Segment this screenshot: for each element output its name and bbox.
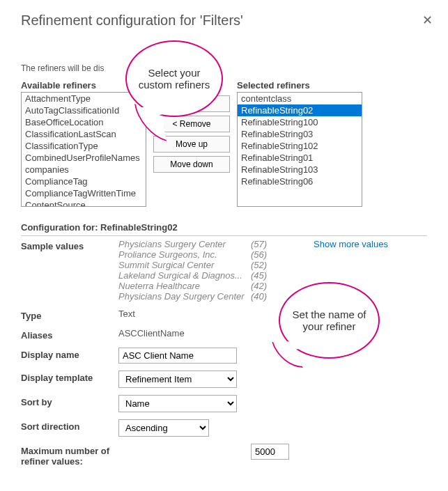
sample-value-name: Physicians Surgery Center — [118, 239, 244, 249]
available-refiner-option[interactable]: companies — [22, 164, 146, 176]
display-template-select[interactable]: Refinement Item — [118, 371, 237, 388]
display-name-input[interactable] — [118, 348, 237, 364]
selected-refiner-option[interactable]: RefinableString03 — [238, 128, 362, 140]
sample-value-row: Lakeland Surgical & Diagnos...(45) — [118, 270, 272, 281]
sample-value-count: (45) — [251, 270, 272, 281]
sample-values-content: Physicians Surgery Center(57)Proliance S… — [118, 239, 427, 302]
selected-refiner-option[interactable]: RefinableString01 — [238, 152, 362, 164]
refiner-pickers: Available refiners AttachmentTypeAutoTag… — [21, 80, 427, 207]
display-name-row: Display name — [21, 348, 427, 364]
sample-values-label: Sample values — [21, 239, 118, 251]
selected-refiners-column: Selected refiners contentclassRefinableS… — [237, 80, 362, 207]
aliases-label: Aliases — [21, 328, 118, 341]
sort-direction-label: Sort direction — [21, 419, 118, 432]
available-refiner-option[interactable]: AttachmentType — [22, 93, 146, 104]
sort-by-label: Sort by — [21, 395, 118, 407]
config-heading-prefix: Configuration for: — [21, 222, 98, 233]
sort-by-row: Sort by Name — [21, 395, 427, 412]
annotation-callout-select-refiners: Select your custom refiners — [125, 40, 223, 117]
dialog-title: Refinement configuration for 'Filters' — [21, 13, 427, 29]
configuration-heading: Configuration for: RefinableString02 — [21, 222, 427, 233]
type-label: Type — [21, 309, 118, 321]
config-heading-value: RefinableString02 — [100, 222, 178, 233]
selected-refiners-listbox[interactable]: contentclassRefinableString02RefinableSt… — [237, 92, 362, 207]
sort-direction-select[interactable]: Ascending — [118, 419, 209, 437]
selected-refiner-option[interactable]: RefinableString103 — [238, 164, 362, 176]
selected-refiner-option[interactable]: RefinableString100 — [238, 116, 362, 128]
available-refiners-listbox[interactable]: AttachmentTypeAutoTagClassificationIdBas… — [21, 92, 146, 207]
sample-value-count: (56) — [251, 249, 272, 260]
intro-text: The refiners will be dis — [21, 63, 427, 73]
max-refiner-values-row: Maximum number of refiner values: — [21, 444, 427, 467]
annotation-tail-cover-1 — [138, 106, 167, 116]
available-refiners-column: Available refiners AttachmentTypeAutoTag… — [21, 80, 146, 207]
sample-value-row: Summit Surgical Center(52) — [118, 260, 272, 270]
sort-direction-row: Sort direction Ascending — [21, 419, 427, 437]
sample-value-name: Summit Surgical Center — [118, 260, 244, 270]
annotation-tail-cover-2 — [279, 341, 305, 350]
sample-value-row: Physicians Surgery Center(57) — [118, 239, 272, 249]
selected-refiner-option[interactable]: RefinableString02 — [238, 104, 362, 116]
available-refiner-option[interactable]: ClassificationLastScan — [22, 128, 146, 140]
sample-values-row: Sample values Physicians Surgery Center(… — [21, 239, 427, 302]
display-template-label: Display template — [21, 371, 118, 383]
close-icon[interactable]: ✕ — [422, 13, 433, 28]
selected-refiner-option[interactable]: RefinableString06 — [238, 176, 362, 187]
type-value: Text — [118, 309, 427, 319]
selected-refiners-label: Selected refiners — [237, 80, 362, 91]
selected-refiner-option[interactable]: RefinableString102 — [238, 140, 362, 152]
sample-value-row: Nueterra Healthcare(42) — [118, 281, 272, 291]
available-refiner-option[interactable]: AutoTagClassificationId — [22, 104, 146, 116]
sample-value-count: (57) — [251, 239, 272, 249]
max-refiner-values-label: Maximum number of refiner values: — [21, 444, 146, 467]
aliases-value: ASCClientName — [118, 328, 427, 338]
sample-value-name: Physicians Day Surgery Center — [118, 291, 244, 302]
available-refiner-option[interactable]: CombinedUserProfileNames — [22, 152, 146, 164]
available-refiner-option[interactable]: ClassificationType — [22, 140, 146, 152]
sample-value-count: (42) — [251, 281, 272, 291]
sample-value-count: (52) — [251, 260, 272, 270]
sample-values-table: Physicians Surgery Center(57)Proliance S… — [118, 239, 272, 302]
sample-value-row: Proliance Surgeons, Inc.(56) — [118, 249, 272, 260]
configuration-body: Sample values Physicians Surgery Center(… — [21, 235, 427, 467]
available-refiner-option[interactable]: ComplianceTag — [22, 176, 146, 187]
sample-value-name: Lakeland Surgical & Diagnos... — [118, 270, 244, 281]
sample-value-name: Nueterra Healthcare — [118, 281, 244, 291]
sample-value-name: Proliance Surgeons, Inc. — [118, 249, 244, 260]
available-refiner-option[interactable]: ContentSource — [22, 199, 146, 207]
display-template-row: Display template Refinement Item — [21, 371, 427, 388]
sample-value-count: (40) — [251, 291, 272, 302]
move-down-button[interactable]: Move down — [153, 156, 230, 173]
selected-refiner-option[interactable]: contentclass — [238, 93, 362, 104]
available-refiner-option[interactable]: BaseOfficeLocation — [22, 116, 146, 128]
display-name-label: Display name — [21, 348, 118, 360]
sample-value-row: Physicians Day Surgery Center(40) — [118, 291, 272, 302]
max-refiner-values-input[interactable] — [251, 444, 289, 460]
available-refiner-option[interactable]: ComplianceTagWrittenTime — [22, 187, 146, 199]
sort-by-select[interactable]: Name — [118, 395, 237, 412]
